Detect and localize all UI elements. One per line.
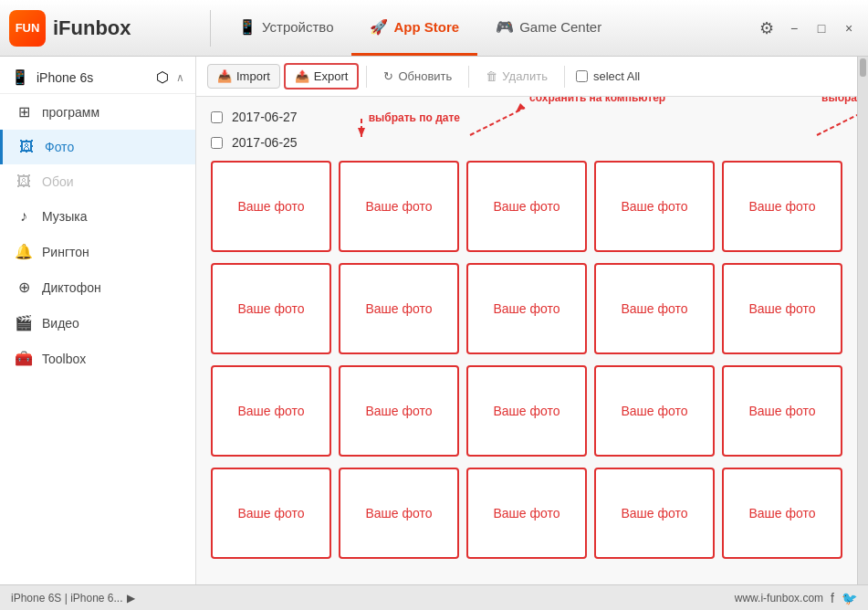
logo-icon: FUN — [9, 10, 46, 47]
sidebar-item-dictaphone[interactable]: ⊕ Диктофон — [0, 269, 195, 305]
photo-cell[interactable]: Ваше фото — [339, 365, 459, 457]
photo-grid-4: Ваше фотоВаше фотоВаше фотоВаше фотоВаше… — [204, 462, 850, 564]
photo-cell[interactable]: Ваше фото — [211, 365, 331, 457]
date-row-1: 2017-06-27 выбрать по дате — [204, 104, 850, 130]
sidebar-item-music[interactable]: ♪ Музыка — [0, 199, 195, 234]
photo-cell[interactable]: Ваше фото — [339, 468, 459, 559]
toolbar-separator-2 — [468, 66, 469, 88]
photo-cell[interactable]: Ваше фото — [594, 468, 715, 559]
sidebar-item-programs[interactable]: ⊞ программ — [0, 94, 195, 130]
maximize-button[interactable]: □ — [811, 18, 831, 38]
device-header: 📱 iPhone 6s ⬡ ∧ — [0, 61, 195, 94]
tab-gamecenter[interactable]: 🎮 Game Center — [477, 0, 620, 56]
device-name: iPhone 6s — [37, 70, 149, 85]
main: 📱 iPhone 6s ⬡ ∧ ⊞ программ 🖼 Фото 🖼 Обои… — [0, 57, 868, 584]
dictaphone-icon: ⊕ — [15, 279, 33, 296]
status-arrow[interactable]: ▶ — [127, 592, 135, 605]
date-checkbox-2[interactable] — [211, 137, 223, 149]
toolbar-separator-3 — [564, 66, 565, 88]
settings-button[interactable]: ⚙ — [757, 18, 777, 38]
photo-cell[interactable]: Ваше фото — [211, 468, 331, 559]
refresh-icon: ↻ — [383, 69, 393, 83]
photo-grid-2: Ваше фотоВаше фотоВаше фотоВаше фотоВаше… — [204, 258, 850, 360]
photo-cell[interactable]: Ваше фото — [211, 161, 331, 252]
sidebar: 📱 iPhone 6s ⬡ ∧ ⊞ программ 🖼 Фото 🖼 Обои… — [0, 57, 196, 584]
sidebar-item-video[interactable]: 🎬 Видео — [0, 305, 195, 341]
device-icon: 📱 — [11, 68, 29, 86]
photo-grid-3: Ваше фотоВаше фотоВаше фотоВаше фотоВаше… — [204, 360, 850, 462]
photo-cell[interactable]: Ваше фото — [339, 263, 459, 354]
photo-cell[interactable]: Ваше фото — [466, 161, 587, 252]
photo-cell[interactable]: Ваше фото — [466, 263, 587, 354]
export-annotation: сохранить на компьютер — [529, 97, 665, 104]
gamecenter-tab-icon: 🎮 — [496, 18, 514, 36]
tab-appstore[interactable]: 🚀 App Store — [351, 0, 477, 56]
refresh-button[interactable]: ↻ Обновить — [374, 65, 461, 88]
photo-cell[interactable]: Ваше фото — [466, 365, 587, 457]
status-device: iPhone 6S | iPhone 6... — [11, 592, 123, 605]
photo-cell[interactable]: Ваше фото — [594, 365, 715, 457]
window-controls: ⚙ − □ × — [757, 18, 859, 38]
select-all-area[interactable]: select All — [576, 69, 640, 83]
music-icon: ♪ — [15, 208, 33, 225]
delete-icon: 🗑 — [486, 69, 497, 83]
photo-cell[interactable]: Ваше фото — [722, 263, 842, 354]
date-checkbox-1[interactable] — [211, 111, 223, 123]
device-arrow-up[interactable]: ∧ — [176, 71, 184, 84]
programs-icon: ⊞ — [15, 103, 33, 121]
photo-cell[interactable]: Ваше фото — [722, 161, 842, 252]
close-button[interactable]: × — [839, 18, 859, 38]
toolbar: 📥 Import 📤 Export ↻ Обновить 🗑 Удалить s… — [196, 57, 857, 97]
statusbar: iPhone 6S | iPhone 6... ▶ www.i-funbox.c… — [0, 584, 868, 610]
ringtone-icon: 🔔 — [15, 243, 33, 260]
file-list: сохранить на компьютер выбрать все файлы… — [196, 97, 857, 584]
photo-cell[interactable]: Ваше фото — [594, 263, 715, 354]
photo-cell[interactable]: Ваше фото — [594, 161, 715, 252]
wallpaper-icon: 🖼 — [15, 174, 33, 190]
content: 📥 Import 📤 Export ↻ Обновить 🗑 Удалить s… — [196, 57, 857, 584]
select-all-checkbox[interactable] — [576, 70, 588, 82]
device-tab-icon: 📱 — [238, 18, 256, 36]
facebook-icon[interactable]: f — [831, 591, 834, 605]
sidebar-item-wallpaper: 🖼 Обои — [0, 164, 195, 199]
export-button[interactable]: 📤 Export — [284, 63, 360, 89]
photos-icon: 🖼 — [17, 139, 36, 155]
photo-cell[interactable]: Ваше фото — [339, 161, 459, 252]
sidebar-item-photos[interactable]: 🖼 Фото — [0, 130, 195, 164]
status-website: www.i-funbox.com — [735, 592, 823, 605]
nav-tabs: 📱 Устройство 🚀 App Store 🎮 Game Center — [220, 0, 757, 56]
export-icon: 📤 — [295, 69, 309, 83]
scrollbar[interactable] — [857, 57, 868, 584]
import-icon: 📥 — [217, 69, 232, 83]
appstore-tab-icon: 🚀 — [370, 18, 388, 36]
photo-cell[interactable]: Ваше фото — [722, 468, 842, 559]
usb-icon: ⬡ — [156, 68, 169, 86]
toolbar-separator-1 — [366, 66, 367, 88]
sidebar-item-ringtones[interactable]: 🔔 Рингтон — [0, 234, 195, 269]
titlebar: FUN iFunbox 📱 Устройство 🚀 App Store 🎮 G… — [0, 0, 868, 57]
photo-cell[interactable]: Ваше фото — [211, 263, 331, 354]
date-row-2: 2017-06-25 — [204, 130, 850, 155]
photo-cell[interactable]: Ваше фото — [466, 468, 587, 559]
photo-grid-1: Ваше фотоВаше фотоВаше фотоВаше фотоВаше… — [204, 155, 850, 258]
selectall-annotation: выбрать все файлы — [821, 97, 857, 104]
video-icon: 🎬 — [15, 314, 33, 331]
delete-button[interactable]: 🗑 Удалить — [476, 65, 557, 88]
app-title: iFunbox — [53, 16, 131, 40]
tab-device[interactable]: 📱 Устройство — [220, 0, 351, 56]
photo-cell[interactable]: Ваше фото — [722, 365, 842, 457]
logo-area: FUN iFunbox — [9, 10, 201, 47]
minimize-button[interactable]: − — [784, 18, 804, 38]
twitter-icon[interactable]: 🐦 — [842, 591, 857, 605]
sidebar-item-toolbox[interactable]: 🧰 Toolbox — [0, 341, 195, 376]
import-button[interactable]: 📥 Import — [207, 64, 280, 89]
toolbox-icon: 🧰 — [15, 350, 33, 367]
divider — [210, 10, 211, 47]
